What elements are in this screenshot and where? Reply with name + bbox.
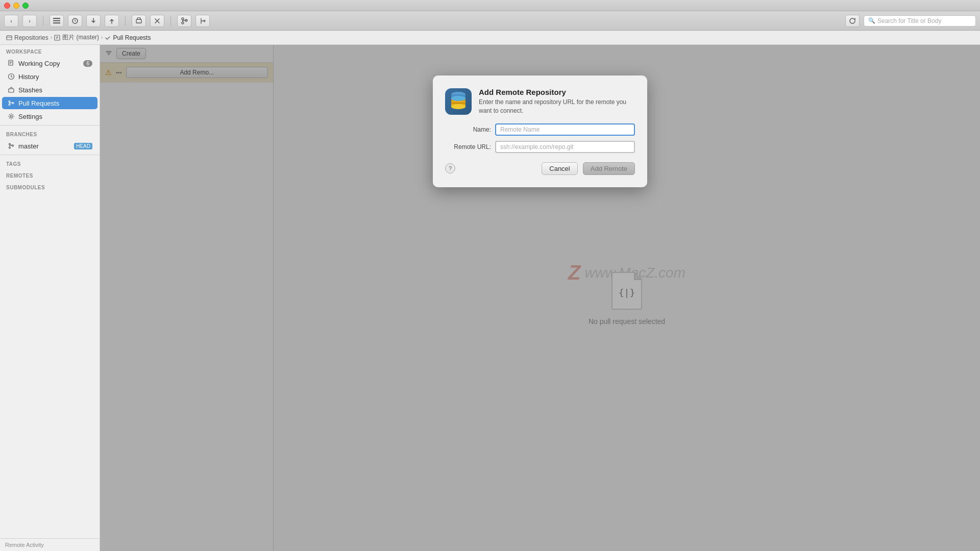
svg-point-14 [9,104,10,106]
url-label: Remote URL: [445,143,491,151]
name-row: Name: [445,123,635,136]
workspace-section-label: Workspace [0,45,100,57]
modal-header: Add Remote Repository Enter the name and… [445,88,635,115]
remotes-section-label: Remotes [0,169,100,181]
forward-button[interactable]: › [22,15,37,27]
branches-section-label: Branches [0,128,100,139]
svg-rect-0 [53,18,60,19]
sidebar-item-master[interactable]: master HEAD [2,140,97,152]
sidebar-item-stashes[interactable]: Stashes [2,84,97,96]
maximize-button[interactable] [22,3,29,9]
toolbar-separator-1 [43,16,43,26]
master-label: master [18,142,71,150]
help-button[interactable]: ? [445,163,455,173]
sidebar-divider-1 [0,125,100,126]
breadcrumb-repo[interactable]: 图片 (master) [54,33,99,42]
discard-button[interactable] [150,15,164,27]
breadcrumb: Repositories › 图片 (master) › Pull Reques… [0,31,980,45]
cancel-button[interactable]: Cancel [542,162,577,175]
pull-requests-icon [7,99,15,107]
svg-point-13 [9,101,10,103]
svg-rect-1 [53,20,60,21]
history-icon [7,72,15,81]
close-button[interactable] [4,3,10,9]
add-remote-submit-button[interactable]: Add Remote [583,162,635,175]
modal-overlay: Add Remote Repository Enter the name and… [100,45,980,551]
modal-actions: Cancel Add Remote [542,162,635,175]
stashes-icon [7,86,15,94]
fetch-button[interactable] [68,15,82,27]
traffic-lights [4,3,29,9]
breadcrumb-current: Pull Requests [105,34,151,41]
svg-point-16 [10,115,12,117]
add-remote-modal: Add Remote Repository Enter the name and… [433,76,647,187]
toolbar: ‹ › 🔍 Search for Title or Body [0,11,980,31]
sidebar-item-working-copy[interactable]: Working Copy 6 [2,57,97,69]
refresh-button[interactable] [845,15,860,27]
svg-point-5 [182,18,184,20]
toolbar-separator-2 [125,16,126,26]
modal-title: Add Remote Repository [479,88,635,96]
app-icon [445,88,472,115]
modal-header-text: Add Remote Repository Enter the name and… [479,88,635,115]
svg-point-17 [9,143,11,145]
stashes-label: Stashes [18,86,92,94]
remote-activity-footer: Remote Activity [0,538,100,551]
search-icon: 🔍 [868,17,875,24]
svg-rect-2 [53,22,60,23]
branch-button[interactable] [177,15,191,27]
sidebar: Workspace Working Copy 6 History Stashes [0,45,100,551]
toolbar-separator-3 [170,16,171,26]
svg-point-30 [451,96,465,101]
sidebar-divider-2 [0,155,100,155]
svg-rect-8 [7,36,12,40]
merge-button[interactable] [195,15,210,27]
submodules-section-label: Submodules [0,181,100,192]
branch-icon [7,142,15,150]
modal-footer: ? Cancel Add Remote [445,162,635,175]
url-row: Remote URL: [445,141,635,153]
minimize-button[interactable] [13,3,19,9]
working-copy-icon [7,59,15,67]
search-bar[interactable]: 🔍 Search for Title or Body [864,15,976,27]
head-badge: HEAD [74,143,92,149]
back-button[interactable]: ‹ [4,15,18,27]
breadcrumb-repositories[interactable]: Repositories [6,34,48,41]
modal-subtitle: Enter the name and repository URL for th… [479,98,635,115]
title-bar [0,0,980,11]
push-button[interactable] [105,15,119,27]
svg-rect-12 [9,89,14,92]
url-input[interactable] [495,141,635,153]
pull-requests-label: Pull Requests [18,99,92,107]
pull-button[interactable] [86,15,101,27]
breadcrumb-sep-2: › [101,35,103,40]
settings-label: Settings [18,113,92,120]
sidebar-item-history[interactable]: History [2,70,97,83]
search-placeholder: Search for Title or Body [877,17,941,24]
main-layout: Workspace Working Copy 6 History Stashes [0,45,980,551]
sidebar-item-pull-requests[interactable]: Pull Requests [2,97,97,109]
modal-form: Name: Remote URL: [445,123,635,153]
history-label: History [18,73,92,81]
svg-point-18 [9,147,11,148]
settings-icon [7,112,15,120]
sidebar-toggle-button[interactable] [50,15,64,27]
working-copy-label: Working Copy [18,60,80,67]
sidebar-item-settings[interactable]: Settings [2,110,97,122]
name-label: Name: [445,126,491,133]
breadcrumb-sep-1: › [51,35,52,40]
tags-section-label: Tags [0,157,100,169]
svg-point-24 [451,104,465,109]
svg-rect-4 [136,19,141,23]
stash-button[interactable] [132,15,146,27]
working-copy-badge: 6 [83,60,92,67]
svg-point-6 [182,22,184,24]
name-input[interactable] [495,123,635,136]
